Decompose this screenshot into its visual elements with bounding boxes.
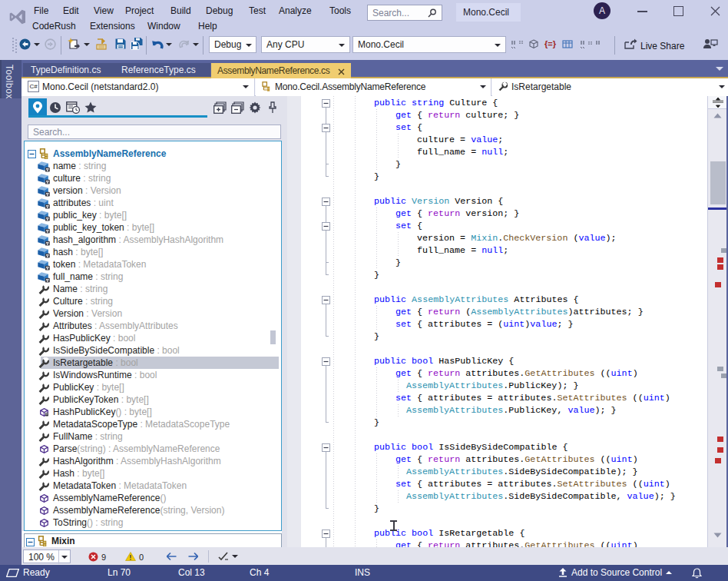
svg-text:{=}: {=} bbox=[544, 39, 557, 48]
